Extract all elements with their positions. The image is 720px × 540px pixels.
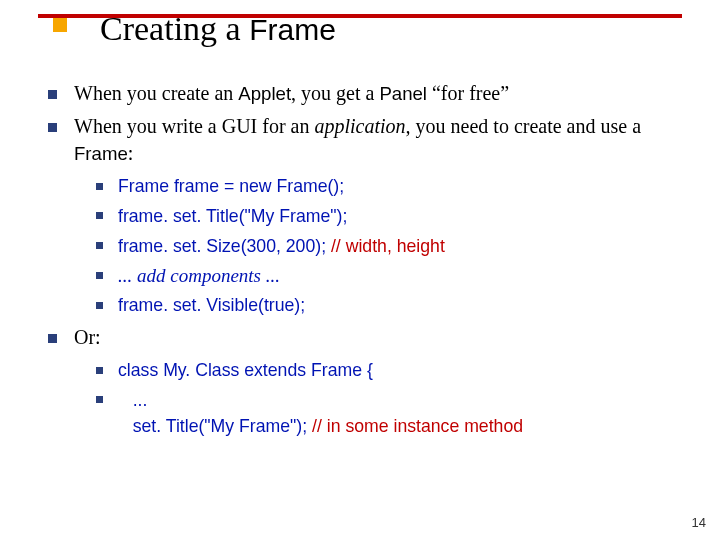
bullet-1: When you create an Applet, you get a Pan… — [48, 80, 688, 107]
code-comment: // in some instance method — [312, 416, 523, 436]
text-italic: application, — [314, 115, 410, 137]
text: : — [128, 142, 134, 164]
bullet-icon — [96, 183, 103, 190]
text: When you write a GUI for an — [74, 115, 314, 137]
text: When you create an — [74, 82, 238, 104]
code-line: class My. Class extends Frame { — [118, 360, 373, 380]
slide-body: When you create an Applet, you get a Pan… — [48, 80, 688, 445]
bullet-icon — [48, 334, 57, 343]
bullet-icon — [96, 272, 103, 279]
code-line: frame. set. Title("My Frame"); — [118, 206, 347, 226]
sub-bullet: frame. set. Visible(true); — [96, 292, 688, 318]
bullet-2: When you write a GUI for an application,… — [48, 113, 688, 318]
sub-bullet: frame. set. Size(300, 200); // width, he… — [96, 233, 688, 259]
text: “for free” — [427, 82, 509, 104]
bullet-icon — [96, 396, 103, 403]
code-line: Frame frame = new Frame(); — [118, 176, 344, 196]
code-line: frame. set. Size(300, 200); — [118, 236, 331, 256]
text: , you get a — [291, 82, 379, 104]
sub-bullet: frame. set. Title("My Frame"); — [96, 203, 688, 229]
code-line: ... — [118, 390, 147, 410]
code-line: set. Title("My Frame"); — [118, 416, 312, 436]
bullet-icon — [96, 367, 103, 374]
title-accent-square — [53, 18, 67, 32]
bullet-icon — [48, 90, 57, 99]
bullet-3: Or: class My. Class extends Frame { ... … — [48, 324, 688, 439]
sub-bullet: ... add components ... — [96, 263, 688, 289]
slide-title: Creating a Frame — [100, 10, 336, 48]
sub-bullet: Frame frame = new Frame(); — [96, 173, 688, 199]
code-line: frame. set. Visible(true); — [118, 295, 305, 315]
code-italic: ... add components ... — [118, 265, 280, 286]
sub-bullet: class My. Class extends Frame { — [96, 357, 688, 383]
bullet-icon — [96, 242, 103, 249]
page-number: 14 — [692, 515, 706, 530]
text-sans: Applet — [238, 83, 291, 104]
slide: Creating a Frame When you create an Appl… — [0, 0, 720, 540]
bullet-icon — [96, 212, 103, 219]
text: you need to create and use a — [411, 115, 641, 137]
title-text-sans: Frame — [249, 13, 336, 46]
bullet-icon — [48, 123, 57, 132]
text-sans: Panel — [379, 83, 427, 104]
text-sans: Frame — [74, 143, 128, 164]
bullet-icon — [96, 302, 103, 309]
sub-bullet: ... set. Title("My Frame"); // in some i… — [96, 387, 688, 439]
code-comment: // width, height — [331, 236, 445, 256]
text: Or: — [74, 326, 101, 348]
title-text-serif: Creating a — [100, 10, 249, 47]
